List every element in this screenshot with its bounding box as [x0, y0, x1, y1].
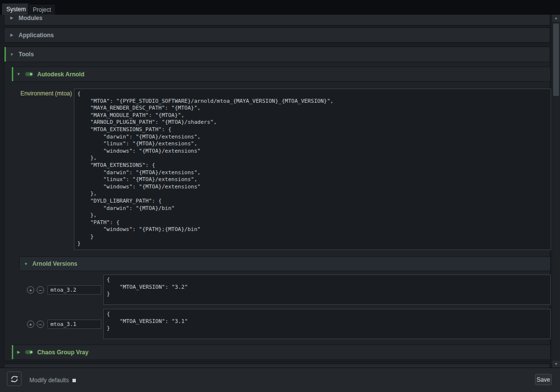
modify-defaults-label: Modify defaults [29, 368, 69, 392]
tab-project-label: Project [33, 6, 51, 13]
environment-mtoa-label: Environment (mtoa) [11, 90, 72, 97]
section-tools-label: Tools [19, 51, 34, 58]
vertical-scrollbar[interactable]: ▲ ▼ [552, 15, 560, 368]
scroll-up-button[interactable]: ▲ [552, 15, 560, 22]
chevron-down-icon: ▼ [23, 262, 28, 266]
settings-window: System Project ▶ Modules ▶ Applications … [0, 0, 560, 392]
group-arnold-versions: ▼ Arnold Versions + − { "MTOA_VERSION": … [19, 256, 551, 340]
chevron-right-icon: ▶ [9, 33, 14, 37]
tab-bar: System Project [0, 0, 560, 15]
remove-version-button[interactable]: − [37, 286, 44, 294]
enabled-toggle[interactable] [25, 350, 33, 354]
save-button[interactable]: Save [535, 374, 552, 385]
group-vray-title: Chaos Group Vray [37, 349, 89, 356]
refresh-icon [10, 375, 19, 383]
enabled-toggle[interactable] [25, 72, 33, 76]
modified-indicator-edge [12, 345, 13, 359]
version-name-input[interactable] [47, 320, 101, 329]
section-modules-header[interactable]: ▶ Modules [4, 15, 550, 25]
section-tools: ▼ Tools ▼ Autodesk Arnold Environment (m… [4, 46, 550, 361]
footer-bar: Modify defaults Save [0, 368, 560, 392]
section-modules-label: Modules [19, 15, 43, 22]
version-row: + − { "MTOA_VERSION": "3.2" } [19, 275, 551, 305]
add-version-button[interactable]: + [27, 321, 34, 328]
chevron-right-icon: ▶ [9, 16, 14, 20]
scrollbar-thumb[interactable] [553, 23, 559, 96]
settings-scroll-area: ▶ Modules ▶ Applications ▼ Tools ▼ [0, 15, 552, 368]
modified-indicator-edge [4, 47, 6, 62]
group-arnold-title: Autodesk Arnold [37, 71, 84, 78]
section-modules: ▶ Modules [4, 15, 550, 25]
modified-indicator-edge [12, 67, 13, 81]
next-section-partial [4, 364, 550, 368]
group-autodesk-arnold: ▼ Autodesk Arnold Environment (mtoa) { "… [11, 67, 551, 251]
scroll-down-button[interactable]: ▼ [552, 361, 560, 368]
chevron-down-icon: ▼ [9, 52, 14, 57]
environment-mtoa-textarea[interactable]: { "MTOA": "{PYPE_STUDIO_SOFTWARE}/arnold… [74, 89, 551, 250]
refresh-button[interactable] [7, 371, 22, 386]
group-vray-header[interactable]: ▶ Chaos Group Vray [11, 345, 551, 360]
chevron-down-icon: ▼ [16, 72, 21, 76]
section-tools-header[interactable]: ▼ Tools [4, 47, 550, 62]
modify-defaults-checkbox[interactable] [72, 379, 76, 382]
version-env-textarea[interactable]: { "MTOA_VERSION": "3.1" } [103, 309, 551, 339]
add-version-button[interactable]: + [27, 286, 34, 294]
remove-version-button[interactable]: − [37, 321, 44, 328]
arnold-versions-header[interactable]: ▼ Arnold Versions [19, 256, 551, 271]
version-name-input[interactable] [47, 285, 101, 295]
tab-system[interactable]: System [1, 3, 31, 15]
section-applications-label: Applications [19, 32, 54, 39]
section-applications: ▶ Applications [4, 27, 550, 43]
tab-system-label: System [6, 6, 26, 13]
section-applications-header[interactable]: ▶ Applications [4, 28, 550, 42]
version-row: + − { "MTOA_VERSION": "3.1" } [19, 309, 551, 339]
tab-project[interactable]: Project [28, 4, 56, 15]
version-env-textarea[interactable]: { "MTOA_VERSION": "3.2" } [103, 275, 551, 305]
group-arnold-header[interactable]: ▼ Autodesk Arnold [11, 67, 551, 82]
arnold-versions-title: Arnold Versions [32, 260, 77, 267]
chevron-right-icon: ▶ [16, 350, 21, 354]
